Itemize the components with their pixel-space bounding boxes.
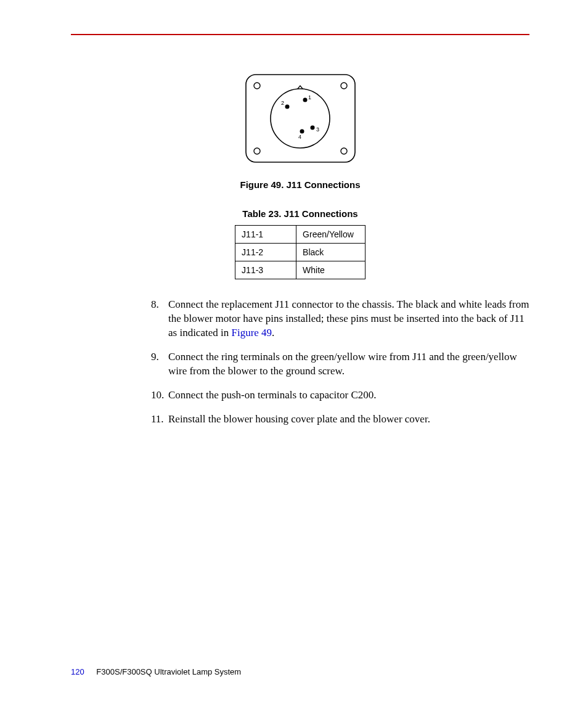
figure-j11: 1 2 3 4	[71, 72, 529, 167]
j11-table: J11-1 Green/Yellow J11-2 Black J11-3 Whi…	[235, 225, 365, 279]
step-text-part: Connect the replacement J11 connector to…	[168, 298, 529, 339]
step-10: 10. Connect the push-on terminals to cap…	[151, 388, 529, 403]
step-9: 9. Connect the ring terminals on the gre…	[151, 350, 529, 379]
svg-point-3	[254, 148, 260, 154]
step-list: 8. Connect the replacement J11 connector…	[151, 298, 529, 427]
table-row: J11-2 Black	[235, 244, 365, 261]
svg-point-1	[254, 83, 260, 89]
step-11: 11. Reinstall the blower housing cover p…	[151, 413, 529, 427]
step-text: Connect the push-on terminals to capacit…	[168, 388, 529, 403]
footer-title: F300S/F300SQ Ultraviolet Lamp System	[96, 667, 241, 676]
cell-color: Green/Yellow	[296, 226, 365, 244]
cell-pin: J11-3	[235, 261, 296, 279]
step-8: 8. Connect the replacement J11 connector…	[151, 298, 529, 340]
svg-point-6	[303, 98, 307, 102]
svg-point-8	[310, 126, 314, 130]
top-rule	[71, 34, 529, 35]
step-text-part: .	[272, 327, 274, 339]
svg-point-4	[341, 148, 347, 154]
step-text: Connect the ring terminals on the green/…	[168, 350, 529, 379]
svg-point-7	[285, 105, 289, 109]
pin-1-label: 1	[308, 94, 311, 101]
svg-point-9	[300, 129, 304, 134]
pin-4-label: 4	[298, 134, 301, 140]
cell-pin: J11-1	[235, 226, 296, 244]
figure-caption: Figure 49. J11 Connections	[71, 179, 529, 190]
step-number: 8.	[151, 298, 168, 340]
pin-3-label: 3	[316, 126, 319, 133]
svg-rect-0	[246, 75, 355, 162]
step-text: Reinstall the blower housing cover plate…	[168, 413, 529, 427]
page-footer: 120 F300S/F300SQ Ultraviolet Lamp System	[71, 667, 241, 676]
figure-49-link[interactable]: Figure 49	[231, 327, 272, 339]
connector-diagram: 1 2 3 4	[243, 72, 357, 165]
cell-pin: J11-2	[235, 244, 296, 261]
svg-point-2	[341, 83, 347, 89]
step-number: 10.	[151, 388, 168, 403]
step-number: 9.	[151, 350, 168, 379]
pin-2-label: 2	[281, 100, 284, 106]
table-row: J11-1 Green/Yellow	[235, 226, 365, 244]
cell-color: White	[296, 261, 365, 279]
table-caption: Table 23. J11 Connections	[71, 208, 529, 219]
table-row: J11-3 White	[235, 261, 365, 279]
step-text: Connect the replacement J11 connector to…	[168, 298, 529, 340]
page-number: 120	[71, 667, 84, 676]
step-number: 11.	[151, 413, 168, 427]
cell-color: Black	[296, 244, 365, 261]
